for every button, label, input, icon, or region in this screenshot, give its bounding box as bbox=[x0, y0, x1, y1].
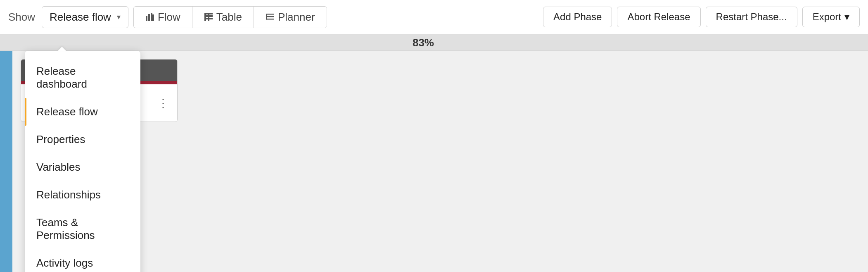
svg-rect-7 bbox=[204, 13, 206, 21]
dropdown-item-release-flow[interactable]: Release flow bbox=[25, 98, 140, 126]
dropdown-item-properties[interactable]: Properties bbox=[25, 126, 140, 153]
tab-planner-label: Planner bbox=[278, 11, 315, 24]
sidebar-strip bbox=[0, 51, 12, 272]
flow-icon bbox=[145, 12, 154, 21]
tab-flow-label: Flow bbox=[158, 11, 180, 24]
main-content: Release dashboard Release flow Propertie… bbox=[0, 51, 868, 272]
dropdown-item-release-dashboard[interactable]: Release dashboard bbox=[25, 57, 140, 98]
toolbar: Show Release flow ▾ Flow bbox=[0, 0, 868, 34]
svg-rect-1 bbox=[148, 14, 150, 21]
chevron-down-icon: ▾ bbox=[117, 12, 121, 21]
svg-rect-2 bbox=[151, 13, 152, 21]
tab-table[interactable]: Table bbox=[192, 7, 254, 28]
add-phase-button[interactable]: Add Phase bbox=[543, 7, 612, 27]
export-label: Export bbox=[813, 11, 841, 23]
tab-planner[interactable]: Planner bbox=[254, 7, 327, 28]
progress-percent: 83% bbox=[413, 36, 434, 49]
table-icon bbox=[204, 12, 213, 21]
show-dropdown[interactable]: Release flow ▾ bbox=[42, 6, 128, 28]
dropdown-item-activity-logs[interactable]: Activity logs bbox=[25, 249, 140, 272]
abort-release-button[interactable]: Abort Release bbox=[617, 7, 700, 27]
show-label: Show bbox=[8, 11, 35, 24]
export-button[interactable]: Export ▾ bbox=[802, 7, 860, 27]
export-chevron-icon: ▾ bbox=[844, 11, 849, 23]
svg-rect-0 bbox=[146, 16, 147, 21]
dropdown-item-relationships[interactable]: Relationships bbox=[25, 181, 140, 209]
svg-rect-12 bbox=[266, 14, 267, 20]
tab-flow[interactable]: Flow bbox=[134, 7, 192, 28]
show-dropdown-value: Release flow bbox=[50, 11, 111, 24]
view-tabs: Flow Table bbox=[133, 6, 327, 28]
more-options-icon[interactable]: ⋮ bbox=[157, 96, 169, 110]
dropdown-arrow bbox=[58, 47, 66, 51]
dropdown-item-variables[interactable]: Variables bbox=[25, 153, 140, 181]
svg-rect-8 bbox=[208, 13, 209, 21]
progress-bar-track: 83% bbox=[0, 34, 868, 50]
restart-phase-button[interactable]: Restart Phase... bbox=[706, 7, 797, 27]
flow-panel: ◯✓ In progress ⋮ bbox=[12, 51, 868, 272]
progress-area: 83% bbox=[0, 34, 868, 51]
tab-table-label: Table bbox=[216, 11, 242, 24]
planner-icon bbox=[266, 12, 275, 21]
svg-rect-3 bbox=[152, 14, 154, 21]
dropdown-item-teams-permissions[interactable]: Teams & Permissions bbox=[25, 209, 140, 249]
dropdown-menu: Release dashboard Release flow Propertie… bbox=[25, 51, 140, 272]
